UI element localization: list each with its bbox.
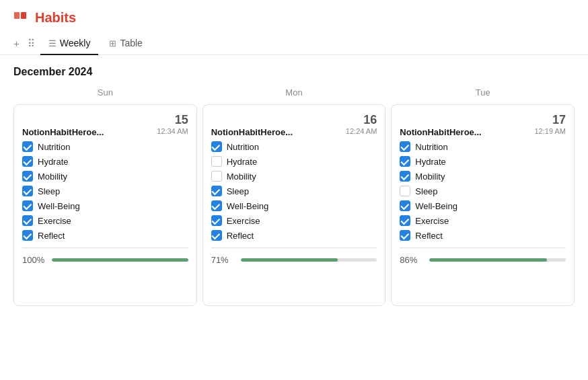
habit-label-17-hydrate: Hydrate bbox=[415, 157, 446, 167]
checkbox-15-nutrition[interactable] bbox=[22, 141, 33, 152]
habit-item-17-mobility[interactable]: Mobility bbox=[400, 171, 566, 182]
progress-bar-fill-16 bbox=[241, 258, 338, 262]
checkbox-15-hydrate[interactable] bbox=[22, 156, 33, 167]
habit-item-16-exercise[interactable]: Exercise bbox=[211, 215, 377, 226]
day-headers: Sun Mon Tue bbox=[0, 83, 588, 102]
checkbox-16-exercise[interactable] bbox=[211, 215, 222, 226]
tab-weekly[interactable]: ☰ Weekly bbox=[40, 32, 99, 55]
checkbox-15-well-being[interactable] bbox=[22, 200, 33, 211]
progress-bar-bg-16 bbox=[241, 258, 377, 262]
habit-label-15-hydrate: Hydrate bbox=[38, 157, 69, 167]
habit-item-15-mobility[interactable]: Mobility bbox=[22, 171, 188, 182]
habit-label-17-mobility: Mobility bbox=[415, 172, 445, 182]
progress-bar-bg-17 bbox=[429, 258, 566, 262]
checkbox-16-mobility[interactable] bbox=[211, 171, 222, 182]
checkbox-15-exercise[interactable] bbox=[22, 215, 33, 226]
habit-label-17-exercise: Exercise bbox=[415, 216, 449, 226]
habit-item-15-well-being[interactable]: Well-Being bbox=[22, 200, 188, 211]
habit-label-16-reflect: Reflect bbox=[227, 231, 254, 241]
checkbox-17-exercise[interactable] bbox=[400, 215, 410, 226]
progress-pct-16: 71% bbox=[211, 255, 235, 265]
habit-label-15-mobility: Mobility bbox=[38, 172, 67, 182]
checkbox-16-nutrition[interactable] bbox=[211, 141, 222, 152]
day-card-17: 17NotionHabitHeroe...12:19 AMNutritionHy… bbox=[391, 104, 575, 306]
habit-item-16-reflect[interactable]: Reflect bbox=[211, 230, 377, 241]
habit-label-15-well-being: Well-Being bbox=[38, 201, 80, 211]
progress-row-15: 100% bbox=[22, 255, 188, 265]
checkbox-16-reflect[interactable] bbox=[211, 230, 222, 241]
entry-name-15[interactable]: NotionHabitHeroe... bbox=[22, 127, 104, 137]
card-divider-15 bbox=[22, 248, 188, 248]
habit-item-16-mobility[interactable]: Mobility bbox=[211, 171, 377, 182]
checkbox-17-nutrition[interactable] bbox=[400, 141, 410, 152]
card-divider-17 bbox=[400, 248, 566, 248]
svg-rect-0 bbox=[14, 12, 20, 19]
progress-pct-17: 86% bbox=[400, 255, 424, 265]
tab-table[interactable]: ⊞ Table bbox=[101, 32, 150, 55]
app-title: Habits bbox=[35, 10, 76, 26]
habit-label-16-hydrate: Hydrate bbox=[227, 157, 258, 167]
habit-item-15-sleep[interactable]: Sleep bbox=[22, 186, 188, 196]
add-button[interactable]: + bbox=[11, 35, 22, 52]
habit-item-15-exercise[interactable]: Exercise bbox=[22, 215, 188, 226]
habit-item-16-sleep[interactable]: Sleep bbox=[211, 186, 377, 196]
checkbox-16-well-being[interactable] bbox=[211, 200, 222, 211]
grid-button[interactable]: ⠿ bbox=[25, 35, 38, 52]
habit-label-16-exercise: Exercise bbox=[227, 216, 260, 226]
habit-label-17-sleep: Sleep bbox=[415, 186, 437, 196]
habit-label-15-sleep: Sleep bbox=[38, 186, 60, 196]
checkbox-15-sleep[interactable] bbox=[22, 186, 33, 196]
checkbox-17-well-being[interactable] bbox=[400, 200, 410, 211]
progress-bar-fill-15 bbox=[52, 258, 188, 262]
card-divider-16 bbox=[211, 248, 377, 248]
habit-item-15-hydrate[interactable]: Hydrate bbox=[22, 156, 188, 167]
habit-item-16-well-being[interactable]: Well-Being bbox=[211, 200, 377, 211]
checkbox-17-sleep[interactable] bbox=[400, 186, 410, 196]
habit-item-17-nutrition[interactable]: Nutrition bbox=[400, 141, 566, 152]
entry-row-15: NotionHabitHeroe...12:34 AM bbox=[22, 127, 188, 137]
entry-time-15: 12:34 AM bbox=[157, 127, 188, 135]
entry-row-16: NotionHabitHeroe...12:24 AM bbox=[211, 127, 377, 137]
day-header-sun: Sun bbox=[11, 83, 200, 102]
day-header-tue: Tue bbox=[388, 83, 577, 102]
habit-item-17-hydrate[interactable]: Hydrate bbox=[400, 156, 566, 167]
checkbox-17-reflect[interactable] bbox=[400, 230, 410, 241]
checkbox-17-mobility[interactable] bbox=[400, 171, 410, 182]
day-number-15: 15 bbox=[22, 113, 188, 127]
app-header: Habits bbox=[0, 0, 588, 27]
checkbox-16-hydrate[interactable] bbox=[211, 156, 222, 167]
entry-time-16: 12:24 AM bbox=[346, 127, 377, 135]
habit-label-16-sleep: Sleep bbox=[227, 186, 249, 196]
habit-label-16-mobility: Mobility bbox=[227, 172, 256, 182]
progress-row-17: 86% bbox=[400, 255, 566, 265]
habit-item-16-nutrition[interactable]: Nutrition bbox=[211, 141, 377, 152]
habit-item-17-exercise[interactable]: Exercise bbox=[400, 215, 566, 226]
day-card-15: 15NotionHabitHeroe...12:34 AMNutritionHy… bbox=[13, 104, 197, 306]
habit-item-17-sleep[interactable]: Sleep bbox=[400, 186, 566, 196]
svg-rect-1 bbox=[21, 12, 26, 19]
progress-bar-bg-15 bbox=[52, 258, 188, 262]
calendar-grid: 15NotionHabitHeroe...12:34 AMNutritionHy… bbox=[0, 102, 588, 309]
habit-label-17-reflect: Reflect bbox=[415, 231, 442, 241]
habit-item-17-well-being[interactable]: Well-Being bbox=[400, 200, 566, 211]
checkbox-16-sleep[interactable] bbox=[211, 186, 222, 196]
weekly-tab-label: Weekly bbox=[60, 38, 91, 48]
entry-name-16[interactable]: NotionHabitHeroe... bbox=[211, 127, 293, 137]
entry-time-17: 12:19 AM bbox=[535, 127, 566, 135]
habit-label-16-well-being: Well-Being bbox=[227, 201, 269, 211]
app-icon bbox=[11, 8, 30, 27]
day-number-17: 17 bbox=[400, 113, 566, 127]
habit-item-15-nutrition[interactable]: Nutrition bbox=[22, 141, 188, 152]
habit-item-16-hydrate[interactable]: Hydrate bbox=[211, 156, 377, 167]
habit-label-15-nutrition: Nutrition bbox=[38, 142, 70, 152]
progress-pct-15: 100% bbox=[22, 255, 46, 265]
entry-name-17[interactable]: NotionHabitHeroe... bbox=[400, 127, 481, 137]
habit-item-17-reflect[interactable]: Reflect bbox=[400, 230, 566, 241]
habit-item-15-reflect[interactable]: Reflect bbox=[22, 230, 188, 241]
checkbox-15-mobility[interactable] bbox=[22, 171, 33, 182]
habit-label-17-nutrition: Nutrition bbox=[415, 142, 447, 152]
habit-label-15-reflect: Reflect bbox=[38, 231, 65, 241]
day-card-16: 16NotionHabitHeroe...12:24 AMNutritionHy… bbox=[203, 104, 386, 306]
checkbox-17-hydrate[interactable] bbox=[400, 156, 410, 167]
checkbox-15-reflect[interactable] bbox=[22, 230, 33, 241]
